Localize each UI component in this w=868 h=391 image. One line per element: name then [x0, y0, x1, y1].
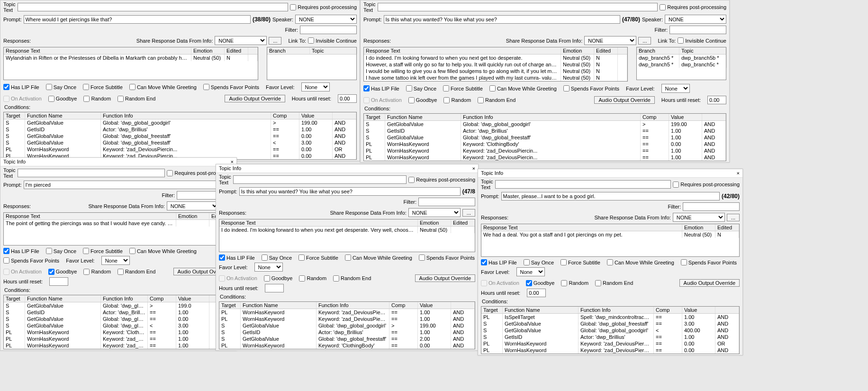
- goodbye-checkbox[interactable]: Goodbye: [408, 97, 437, 103]
- requires-post-checkbox-input[interactable]: [408, 177, 415, 183]
- response-row[interactable]: However, a staff will only go so far to …: [364, 61, 627, 68]
- force-subtitle-checkbox[interactable]: Force Subtitle: [443, 85, 483, 91]
- spends-favor-checkbox-input[interactable]: [681, 259, 687, 265]
- condition-row[interactable]: SGetGlobalValueGlobal: 'dwp_global_frees…: [4, 316, 233, 322]
- has-lip-checkbox-input[interactable]: [3, 84, 9, 90]
- force-subtitle-checkbox[interactable]: Force Subtitle: [83, 248, 123, 254]
- filter-input[interactable]: [300, 26, 357, 34]
- say-once-checkbox-input[interactable]: [46, 248, 52, 254]
- share-response-select[interactable]: NONE: [215, 36, 267, 45]
- force-subtitle-checkbox-input[interactable]: [561, 259, 567, 265]
- conditions-table[interactable]: TargetFunction NameFunction InfoCompValu…: [481, 306, 740, 354]
- goodbye-checkbox[interactable]: Goodbye: [526, 280, 555, 286]
- prompt-input[interactable]: [384, 15, 620, 24]
- force-subtitle-checkbox-input[interactable]: [83, 84, 89, 90]
- can-move-checkbox-input[interactable]: [345, 255, 351, 261]
- condition-row[interactable]: PLWornHasKeywordKeyword: 'zad_DeviousPie…: [4, 342, 233, 349]
- goodbye-checkbox-input[interactable]: [48, 269, 54, 275]
- invisible-continue-checkbox[interactable]: Invisible Continue: [308, 37, 357, 44]
- condition-row[interactable]: SGetIsIDActor: 'dwp_Brillius'==1.00AND: [481, 334, 739, 340]
- random-end-checkbox[interactable]: Random End: [595, 280, 633, 286]
- random-end-checkbox[interactable]: Random End: [333, 275, 371, 282]
- audio-override-button[interactable]: Audio Output Override: [415, 274, 475, 282]
- condition-row[interactable]: SGetGlobalValueGlobal: 'dwp_global_goodg…: [219, 322, 475, 329]
- can-move-checkbox[interactable]: Can Move While Greeting: [489, 85, 557, 91]
- favor-level-select[interactable]: None: [254, 263, 283, 272]
- hours-input[interactable]: [49, 277, 68, 286]
- has-lip-checkbox[interactable]: Has LIP File: [3, 84, 39, 90]
- invisible-continue-checkbox-input[interactable]: [678, 37, 684, 44]
- audio-override-button[interactable]: Audio Output Override: [594, 96, 654, 104]
- invisible-continue-checkbox[interactable]: Invisible Continue: [678, 37, 726, 44]
- responses-table[interactable]: Response TextEmotionEditedI do indeed. I…: [219, 219, 475, 252]
- can-move-checkbox[interactable]: Can Move While Greeting: [129, 84, 197, 90]
- force-subtitle-checkbox[interactable]: Force Subtitle: [561, 259, 600, 265]
- condition-row[interactable]: PLWornHasKeywordKeyword: 'zad_DeviousPie…: [364, 147, 726, 154]
- condition-row[interactable]: PLWornHasKeywordKeyword: 'ClothingBody'=…: [364, 141, 726, 147]
- say-once-checkbox[interactable]: Say Once: [46, 84, 76, 90]
- say-once-checkbox-input[interactable]: [262, 255, 268, 261]
- condition-row[interactable]: SGetIsIDActor: 'dwp_Brillius'==1.00AND: [364, 127, 726, 134]
- requires-post-checkbox[interactable]: Requires post-processing: [673, 182, 740, 188]
- spends-favor-checkbox-input[interactable]: [419, 255, 425, 261]
- has-lip-checkbox-input[interactable]: [363, 85, 370, 91]
- spends-favor-checkbox[interactable]: Spends Favor Points: [681, 259, 737, 265]
- random-end-checkbox[interactable]: Random End: [118, 96, 155, 102]
- has-lip-checkbox-input[interactable]: [219, 255, 225, 261]
- audio-override-button[interactable]: Audio Output Override: [679, 279, 740, 287]
- filter-input[interactable]: [683, 202, 740, 211]
- random-end-checkbox-input[interactable]: [118, 96, 124, 102]
- response-row[interactable]: I would be willing to give you a few fil…: [364, 68, 627, 74]
- random-end-checkbox[interactable]: Random End: [478, 97, 515, 103]
- requires-post-checkbox-input[interactable]: [167, 170, 173, 176]
- topic-text-input[interactable]: [233, 175, 407, 184]
- random-checkbox-input[interactable]: [561, 280, 567, 286]
- spends-favor-checkbox-input[interactable]: [3, 257, 9, 264]
- has-lip-checkbox[interactable]: Has LIP File: [219, 255, 255, 261]
- close-icon[interactable]: ×: [472, 165, 475, 172]
- can-move-checkbox[interactable]: Can Move While Greeting: [345, 255, 412, 261]
- random-checkbox[interactable]: Random: [561, 280, 588, 286]
- favor-level-select[interactable]: None: [661, 84, 690, 93]
- close-icon[interactable]: ×: [736, 170, 740, 176]
- goodbye-checkbox[interactable]: Goodbye: [48, 269, 77, 275]
- has-lip-checkbox[interactable]: Has LIP File: [481, 259, 517, 265]
- force-subtitle-checkbox-input[interactable]: [83, 248, 89, 254]
- random-end-checkbox-input[interactable]: [478, 97, 484, 103]
- condition-row[interactable]: SGetIsIDActor: 'dwp_Brillius'==1.00AND: [219, 329, 475, 336]
- random-checkbox-input[interactable]: [443, 97, 450, 103]
- force-subtitle-checkbox-input[interactable]: [298, 255, 305, 261]
- spends-favor-checkbox[interactable]: Spends Favor Points: [3, 257, 59, 264]
- condition-row[interactable]: SGetGlobalValueGlobal: 'dwp_global_frees…: [364, 134, 726, 141]
- spends-favor-checkbox[interactable]: Spends Favor Points: [563, 85, 619, 91]
- condition-row[interactable]: SGetIsIDActor: 'dwp_Brillius'==1.00: [4, 309, 233, 316]
- speaker-select[interactable]: NONE: [295, 15, 357, 24]
- random-checkbox-input[interactable]: [299, 275, 305, 282]
- share-browse-button[interactable]: ...: [462, 209, 475, 217]
- share-response-select[interactable]: NONE: [673, 213, 725, 222]
- share-browse-button[interactable]: ...: [727, 214, 740, 221]
- hours-input[interactable]: [265, 284, 284, 292]
- condition-row[interactable]: PLWornHasKeywordKeyword: 'zad_DeviousPie…: [219, 316, 475, 322]
- conditions-table[interactable]: TargetFunction NameFunction InfoCompValu…: [3, 112, 357, 160]
- topic-text-input[interactable]: [495, 180, 671, 189]
- random-checkbox-input[interactable]: [83, 269, 90, 275]
- random-checkbox-input[interactable]: [83, 96, 90, 102]
- hours-input[interactable]: [527, 289, 546, 297]
- condition-row[interactable]: SGetGlobalValueGlobal: 'dwp_global_goodg…: [364, 121, 726, 127]
- can-move-checkbox[interactable]: Can Move While Greeting: [129, 248, 197, 254]
- goodbye-checkbox-input[interactable]: [48, 96, 54, 102]
- requires-post-checkbox-input[interactable]: [290, 4, 296, 10]
- filter-input[interactable]: [669, 26, 726, 34]
- condition-row[interactable]: SGetGlobalValueGlobal: 'dwp_global_goodg…: [4, 302, 233, 309]
- share-browse-button[interactable]: ...: [269, 37, 281, 45]
- condition-row[interactable]: PLWornHasKeywordKeyword: 'zad_DeviousPie…: [4, 336, 233, 342]
- condition-row[interactable]: PLWornHasKeywordKeyword: 'ClothingBody'=…: [219, 342, 475, 349]
- filter-input[interactable]: [418, 198, 475, 206]
- say-once-checkbox-input[interactable]: [46, 84, 52, 90]
- prompt-input[interactable]: [239, 187, 461, 196]
- has-lip-checkbox[interactable]: Has LIP File: [3, 248, 39, 254]
- condition-row[interactable]: PLWornHasKeywordKeyword: 'ClothingBody'=…: [4, 329, 233, 336]
- requires-post-checkbox[interactable]: Requires post-processing: [290, 4, 357, 10]
- random-end-checkbox-input[interactable]: [595, 280, 601, 286]
